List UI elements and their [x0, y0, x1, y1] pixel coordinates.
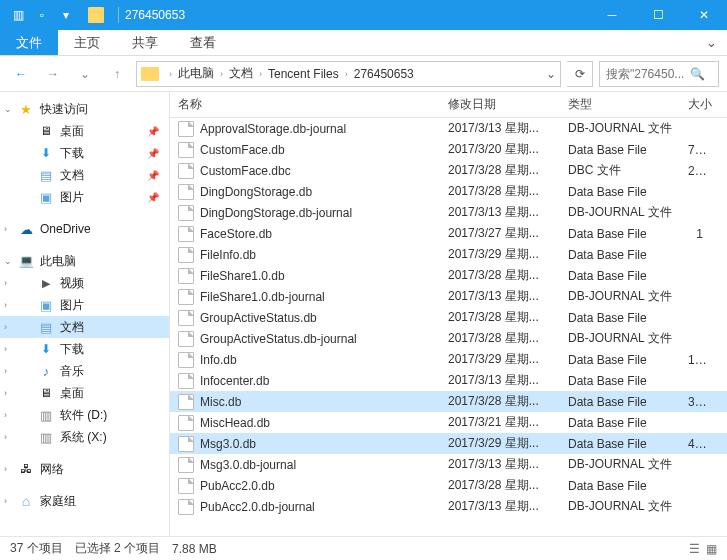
nav-quick-access[interactable]: ⌄快速访问 [0, 98, 169, 120]
file-name: FileShare1.0.db [200, 269, 285, 283]
qat-dropdown-icon[interactable]: ▾ [56, 5, 76, 25]
file-row[interactable]: Infocenter.db2017/3/13 星期...Data Base Fi… [170, 370, 727, 391]
file-type: Data Base File [560, 479, 680, 493]
refresh-button[interactable]: ⟳ [567, 61, 593, 87]
file-type: DB-JOURNAL 文件 [560, 120, 680, 137]
back-button[interactable]: ← [8, 61, 34, 87]
status-selected: 已选择 2 个项目 [75, 540, 160, 557]
file-row[interactable]: Info.db2017/3/29 星期...Data Base File1,3 [170, 349, 727, 370]
crumb-documents[interactable]: 文档 [229, 65, 253, 82]
nav-desktop2[interactable]: ›桌面 [0, 382, 169, 404]
nav-documents2[interactable]: ›文档 [0, 316, 169, 338]
file-name: FaceStore.db [200, 227, 272, 241]
file-icon [178, 121, 194, 137]
file-name: DingDongStorage.db [200, 185, 312, 199]
col-date[interactable]: 修改日期 [440, 96, 560, 113]
file-name: Msg3.0.db [200, 437, 256, 451]
col-type[interactable]: 类型 [560, 96, 680, 113]
nav-pictures2[interactable]: ›图片 [0, 294, 169, 316]
file-row[interactable]: FileInfo.db2017/3/29 星期...Data Base File [170, 244, 727, 265]
file-type: Data Base File [560, 416, 680, 430]
tab-file[interactable]: 文件 [0, 30, 58, 55]
nav-network[interactable]: ›网络 [0, 458, 169, 480]
nav-drive-d[interactable]: ›软件 (D:) [0, 404, 169, 426]
up-button[interactable]: ↑ [104, 61, 130, 87]
search-input[interactable] [606, 67, 686, 81]
file-row[interactable]: MiscHead.db2017/3/21 星期...Data Base File [170, 412, 727, 433]
tab-view[interactable]: 查看 [174, 30, 232, 55]
col-name[interactable]: 名称 [170, 96, 440, 113]
nav-pane: ⌄快速访问 桌面📌 下载📌 文档📌 图片📌 ›OneDrive ⌄此电脑 ›视频… [0, 92, 170, 536]
file-icon [178, 205, 194, 221]
column-headers: 名称 修改日期 类型 大小 [170, 92, 727, 118]
file-row[interactable]: GroupActiveStatus.db2017/3/28 星期...Data … [170, 307, 727, 328]
file-type: Data Base File [560, 437, 680, 451]
tab-home[interactable]: 主页 [58, 30, 116, 55]
view-details-icon[interactable]: ☰ [689, 542, 700, 556]
nav-homegroup[interactable]: ›家庭组 [0, 490, 169, 512]
nav-drive-x[interactable]: ›系统 (X:) [0, 426, 169, 448]
file-row[interactable]: FaceStore.db2017/3/27 星期...Data Base Fil… [170, 223, 727, 244]
search-box[interactable]: 🔍 [599, 61, 719, 87]
pin-icon: 📌 [147, 126, 159, 137]
nav-thispc[interactable]: ⌄此电脑 [0, 250, 169, 272]
address-bar: ← → ⌄ ↑ › 此电脑 › 文档 › Tencent Files › 276… [0, 56, 727, 92]
maximize-button[interactable]: ☐ [635, 0, 681, 30]
file-row[interactable]: PubAcc2.0.db-journal2017/3/13 星期...DB-JO… [170, 496, 727, 517]
nav-desktop[interactable]: 桌面📌 [0, 120, 169, 142]
nav-documents[interactable]: 文档📌 [0, 164, 169, 186]
file-row[interactable]: Msg3.0.db-journal2017/3/13 星期...DB-JOURN… [170, 454, 727, 475]
forward-button[interactable]: → [40, 61, 66, 87]
file-icon [178, 289, 194, 305]
file-icon [178, 415, 194, 431]
file-row[interactable]: DingDongStorage.db-journal2017/3/13 星期..… [170, 202, 727, 223]
nav-pictures[interactable]: 图片📌 [0, 186, 169, 208]
file-date: 2017/3/29 星期... [440, 435, 560, 452]
file-type: Data Base File [560, 311, 680, 325]
file-row[interactable]: ApprovalStorage.db-journal2017/3/13 星期..… [170, 118, 727, 139]
close-button[interactable]: ✕ [681, 0, 727, 30]
file-type: Data Base File [560, 395, 680, 409]
nav-onedrive[interactable]: ›OneDrive [0, 218, 169, 240]
search-icon[interactable]: 🔍 [690, 67, 705, 81]
view-large-icon[interactable]: ▦ [706, 542, 717, 556]
file-name: Infocenter.db [200, 374, 269, 388]
address-dropdown-icon[interactable]: ⌄ [546, 67, 556, 81]
file-name: Msg3.0.db-journal [200, 458, 296, 472]
file-type: DB-JOURNAL 文件 [560, 456, 680, 473]
file-date: 2017/3/13 星期... [440, 498, 560, 515]
nav-downloads[interactable]: 下载📌 [0, 142, 169, 164]
file-icon [178, 457, 194, 473]
crumb-tencent[interactable]: Tencent Files [268, 67, 339, 81]
file-row[interactable]: PubAcc2.0.db2017/3/28 星期...Data Base Fil… [170, 475, 727, 496]
file-row[interactable]: DingDongStorage.db2017/3/28 星期...Data Ba… [170, 181, 727, 202]
ribbon-expand-icon[interactable]: ⌄ [696, 30, 727, 55]
file-size: 2,7 [680, 164, 727, 178]
nav-videos[interactable]: ›视频 [0, 272, 169, 294]
qat-new-icon[interactable]: ▫ [32, 5, 52, 25]
nav-music[interactable]: ›音乐 [0, 360, 169, 382]
col-size[interactable]: 大小 [680, 96, 727, 113]
file-row[interactable]: FileShare1.0.db2017/3/28 星期...Data Base … [170, 265, 727, 286]
crumb-current[interactable]: 276450653 [354, 67, 414, 81]
file-type: Data Base File [560, 143, 680, 157]
file-row[interactable]: FileShare1.0.db-journal2017/3/13 星期...DB… [170, 286, 727, 307]
file-name: FileInfo.db [200, 248, 256, 262]
file-row[interactable]: CustomFace.db2017/3/20 星期...Data Base Fi… [170, 139, 727, 160]
file-icon [178, 226, 194, 242]
file-date: 2017/3/21 星期... [440, 414, 560, 431]
tab-share[interactable]: 共享 [116, 30, 174, 55]
recent-dropdown[interactable]: ⌄ [72, 61, 98, 87]
qat-properties-icon[interactable]: ▥ [8, 5, 28, 25]
crumb-thispc[interactable]: 此电脑 [178, 65, 214, 82]
file-row[interactable]: Misc.db2017/3/28 星期...Data Base File3,7 [170, 391, 727, 412]
file-name: CustomFace.db [200, 143, 285, 157]
file-name: PubAcc2.0.db-journal [200, 500, 315, 514]
file-row[interactable]: Msg3.0.db2017/3/29 星期...Data Base File4,… [170, 433, 727, 454]
minimize-button[interactable]: ─ [589, 0, 635, 30]
file-date: 2017/3/13 星期... [440, 372, 560, 389]
breadcrumb[interactable]: › 此电脑 › 文档 › Tencent Files › 276450653 ⌄ [136, 61, 561, 87]
nav-downloads2[interactable]: ›下载 [0, 338, 169, 360]
file-row[interactable]: CustomFace.dbc2017/3/28 星期...DBC 文件2,7 [170, 160, 727, 181]
file-row[interactable]: GroupActiveStatus.db-journal2017/3/28 星期… [170, 328, 727, 349]
